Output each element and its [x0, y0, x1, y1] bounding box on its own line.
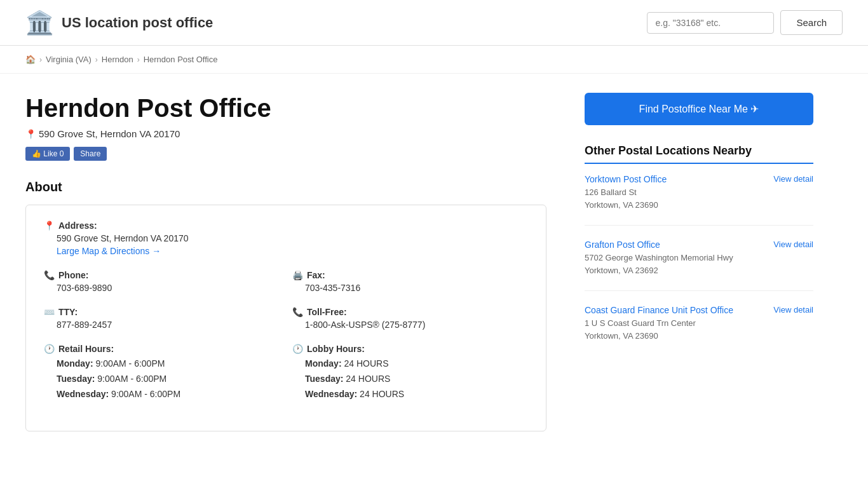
phone-icon: 📞: [44, 270, 55, 280]
tty-tollfree-grid: ⌨️ TTY: 877-889-2457 📞 Toll-Free: 1-800-…: [44, 307, 528, 344]
nearby-info: Grafton Post Office 5702 George Washingt…: [585, 240, 767, 276]
search-button[interactable]: Search: [780, 10, 843, 35]
tollfree-row: 📞 Toll-Free: 1-800-Ask-USPS® (275-8777): [292, 307, 528, 330]
retail-hours-row: 🕐 Retail Hours: Monday: 9:00AM - 6:00PMT…: [44, 344, 280, 402]
nearby-name[interactable]: Grafton Post Office: [585, 240, 767, 250]
clock-icon-lobby: 🕐: [292, 344, 303, 354]
address-row: 📍 Address: 590 Grove St, Herndon VA 2017…: [44, 220, 528, 256]
breadcrumb-home[interactable]: 🏠: [25, 55, 36, 64]
lobby-hour-item: Monday: 24 HOURS: [305, 356, 528, 372]
breadcrumb-sep3: ›: [137, 55, 140, 64]
fax-row: 🖨️ Fax: 703-435-7316: [292, 270, 528, 293]
nearby-address: 5702 George Washington Memorial HwyYorkt…: [585, 252, 767, 276]
view-detail-link[interactable]: View detail: [773, 305, 813, 315]
nearby-list: Yorktown Post Office 126 Ballard StYorkt…: [585, 174, 813, 356]
tollfree-icon: 📞: [292, 307, 303, 317]
fb-share-button[interactable]: Share: [74, 147, 107, 161]
retail-hours-values: Monday: 9:00AM - 6:00PMTuesday: 9:00AM -…: [57, 356, 280, 402]
nearby-title: Other Postal Locations Nearby: [585, 144, 813, 164]
tty-value: 877-889-2457: [57, 320, 280, 330]
lobby-hour-item: Wednesday: 24 HOURS: [305, 387, 528, 402]
phone-row: 📞 Phone: 703-689-9890: [44, 270, 280, 293]
retail-hour-item: Wednesday: 9:00AM - 6:00PM: [57, 387, 280, 402]
site-title: US location post office: [62, 15, 213, 31]
lobby-hours-row: 🕐 Lobby Hours: Monday: 24 HOURSTuesday: …: [292, 344, 528, 402]
sidebar: Find Postoffice Near Me ✈ Other Postal L…: [572, 74, 813, 451]
breadcrumb-sep2: ›: [95, 55, 98, 64]
nearby-item: Coast Guard Finance Unit Post Office 1 U…: [585, 305, 813, 356]
logo-icon: 🏛️: [25, 11, 54, 34]
retail-hour-item: Tuesday: 9:00AM - 6:00PM: [57, 372, 280, 387]
tty-icon: ⌨️: [44, 307, 55, 317]
address-value: 590 Grove St, Herndon VA 20170: [57, 233, 528, 243]
phone-value: 703-689-9890: [57, 283, 280, 293]
tollfree-label: 📞 Toll-Free:: [292, 307, 528, 317]
header: 🏛️ US location post office Search: [0, 0, 868, 46]
fb-like-button[interactable]: 👍 Like 0: [25, 147, 70, 161]
tollfree-value: 1-800-Ask-USPS® (275-8777): [305, 320, 528, 330]
address-label: 📍 Address:: [44, 220, 528, 231]
retail-hour-item: Monday: 9:00AM - 6:00PM: [57, 356, 280, 372]
about-title: About: [25, 180, 546, 194]
view-detail-link[interactable]: View detail: [773, 240, 813, 249]
tty-label: ⌨️ TTY:: [44, 307, 280, 317]
nearby-info: Yorktown Post Office 126 Ballard StYorkt…: [585, 174, 767, 211]
fax-icon: 🖨️: [292, 270, 303, 280]
nearby-address: 126 Ballard StYorktown, VA 23690: [585, 186, 767, 211]
info-card: 📍 Address: 590 Grove St, Herndon VA 2017…: [25, 205, 546, 431]
page-address: 590 Grove St, Herndon VA 20170: [39, 128, 180, 139]
content-area: Herndon Post Office 📍 590 Grove St, Hern…: [25, 74, 572, 451]
header-right: Search: [647, 10, 843, 35]
phone-fax-grid: 📞 Phone: 703-689-9890 🖨️ Fax: 703-435-73…: [44, 270, 528, 307]
page-title: Herndon Post Office: [25, 93, 546, 123]
breadcrumb-state[interactable]: Virginia (VA): [46, 55, 92, 64]
tty-row: ⌨️ TTY: 877-889-2457: [44, 307, 280, 330]
fax-value: 703-435-7316: [305, 283, 528, 293]
lobby-hours-label: 🕐 Lobby Hours:: [292, 344, 528, 354]
address-line: 📍 590 Grove St, Herndon VA 20170: [25, 128, 546, 139]
fax-label: 🖨️ Fax:: [292, 270, 528, 280]
nearby-name[interactable]: Yorktown Post Office: [585, 174, 767, 184]
nearby-item: Grafton Post Office 5702 George Washingt…: [585, 240, 813, 291]
breadcrumb: 🏠 › Virginia (VA) › Herndon › Herndon Po…: [0, 46, 868, 74]
nearby-name[interactable]: Coast Guard Finance Unit Post Office: [585, 305, 767, 315]
retail-hours-label: 🕐 Retail Hours:: [44, 344, 280, 354]
lobby-hours-values: Monday: 24 HOURSTuesday: 24 HOURSWednesd…: [305, 356, 528, 402]
view-detail-link[interactable]: View detail: [773, 174, 813, 184]
lobby-hour-item: Tuesday: 24 HOURS: [305, 372, 528, 387]
home-icon: 🏠: [25, 55, 36, 64]
header-left: 🏛️ US location post office: [25, 11, 213, 34]
phone-label: 📞 Phone:: [44, 270, 280, 280]
main-container: Herndon Post Office 📍 590 Grove St, Hern…: [0, 74, 868, 451]
map-directions-link[interactable]: Large Map & Directions →: [57, 246, 528, 256]
nearby-item: Yorktown Post Office 126 Ballard StYorkt…: [585, 174, 813, 226]
breadcrumb-sep1: ›: [39, 55, 42, 64]
find-postoffice-button[interactable]: Find Postoffice Near Me ✈: [585, 93, 813, 125]
nearby-address: 1 U S Coast Guard Trn CenterYorktown, VA…: [585, 317, 767, 342]
breadcrumb-city[interactable]: Herndon: [102, 55, 133, 64]
pin-icon: 📍: [25, 129, 36, 139]
address-icon: 📍: [44, 220, 55, 231]
search-input[interactable]: [647, 12, 774, 34]
hours-grid: 🕐 Retail Hours: Monday: 9:00AM - 6:00PMT…: [44, 344, 528, 416]
social-buttons: 👍 Like 0 Share: [25, 147, 546, 161]
breadcrumb-current: Herndon Post Office: [144, 55, 218, 64]
nearby-info: Coast Guard Finance Unit Post Office 1 U…: [585, 305, 767, 342]
clock-icon-retail: 🕐: [44, 344, 55, 354]
